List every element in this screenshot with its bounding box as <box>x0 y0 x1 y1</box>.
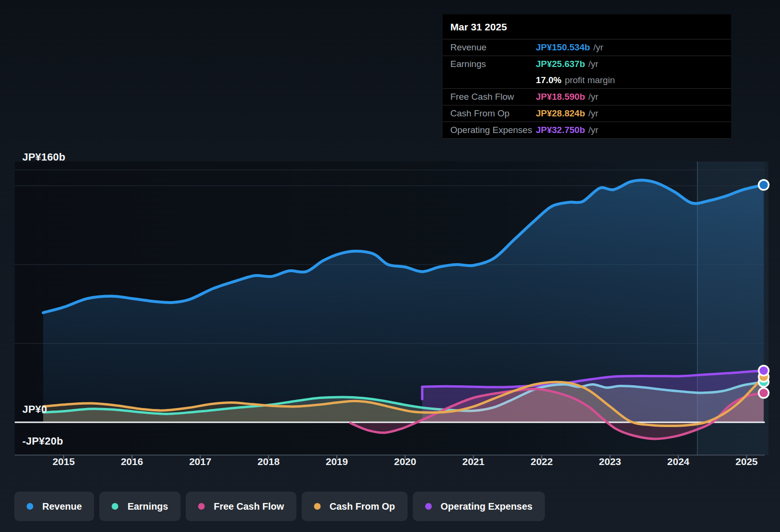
x-axis-label-2016: 2016 <box>111 456 153 467</box>
x-axis-label-2024: 2024 <box>657 456 700 467</box>
chart-tooltip: Mar 31 2025 Revenue JP¥150.534b /yr Earn… <box>443 14 731 139</box>
chart-panel: JP¥160b JP¥0 -JP¥20b 2015201620172018201… <box>0 0 780 532</box>
profit-margin-value: 17.0% <box>536 75 561 86</box>
y-axis-label-160b: JP¥160b <box>22 151 66 163</box>
y-axis-label-neg20b: -JP¥20b <box>22 435 63 447</box>
revenue-value: JP¥150.534b <box>536 42 590 53</box>
tooltip-row-operating-expenses: Operating Expenses JP¥32.750b /yr <box>443 122 731 139</box>
cash-from-op-value: JP¥28.824b <box>536 108 585 119</box>
tooltip-block-earnings: Earnings JP¥25.637b /yr 17.0% profit mar… <box>443 56 731 89</box>
free-cash-flow-value: JP¥18.590b <box>536 92 585 102</box>
x-axis-label-2020: 2020 <box>384 456 427 467</box>
tooltip-row-revenue: Revenue JP¥150.534b /yr <box>443 39 731 56</box>
earnings-dot-icon <box>112 503 118 510</box>
x-axis-label-2022: 2022 <box>520 456 563 467</box>
cash-from-op-dot-icon <box>314 503 321 510</box>
x-axis-label-2023: 2023 <box>589 456 631 467</box>
x-axis-label-2025: 2025 <box>725 456 768 467</box>
legend-item-operating-expenses[interactable]: Operating Expenses <box>413 492 545 521</box>
tooltip-date: Mar 31 2025 <box>443 14 731 39</box>
x-axis-label-2019: 2019 <box>315 456 358 467</box>
x-axis-label-2018: 2018 <box>247 456 290 467</box>
legend-item-cash-from-op[interactable]: Cash From Op <box>302 492 408 521</box>
free-cash-flow-dot-icon <box>198 503 205 510</box>
operating-expenses-value: JP¥32.750b <box>536 125 585 135</box>
tooltip-row-earnings: Earnings JP¥25.637b /yr <box>443 56 731 72</box>
x-axis-label-2021: 2021 <box>452 456 495 467</box>
tooltip-row-free-cash-flow: Free Cash Flow JP¥18.590b /yr <box>443 89 731 105</box>
legend-item-earnings[interactable]: Earnings <box>99 492 181 521</box>
revenue-dot-icon <box>27 503 33 510</box>
x-axis-label-2017: 2017 <box>179 456 222 467</box>
x-axis-label-2015: 2015 <box>42 456 85 467</box>
operating-expenses-dot-icon <box>425 503 432 510</box>
earnings-value: JP¥25.637b <box>536 59 585 69</box>
chart-legend: Revenue Earnings Free Cash Flow Cash Fro… <box>14 492 545 521</box>
tooltip-row-cash-from-op: Cash From Op JP¥28.824b /yr <box>443 105 731 122</box>
y-axis-label-0: JP¥0 <box>22 403 47 416</box>
legend-item-free-cash-flow[interactable]: Free Cash Flow <box>186 492 296 521</box>
tooltip-row-profit-margin: 17.0% profit margin <box>443 72 731 88</box>
legend-item-revenue[interactable]: Revenue <box>14 492 94 521</box>
